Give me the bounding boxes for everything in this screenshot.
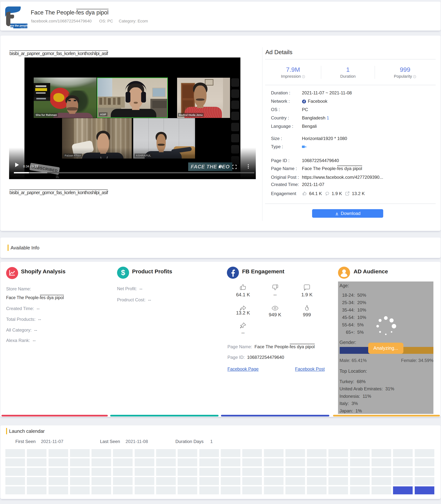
- svg-text:ace the people: ace the people: [10, 24, 28, 27]
- svg-text:$: $: [121, 269, 125, 277]
- svg-text:?: ?: [414, 76, 415, 78]
- svg-text:Road to democracy: Road to democracy: [21, 27, 28, 28]
- svg-text:?: ?: [303, 76, 304, 78]
